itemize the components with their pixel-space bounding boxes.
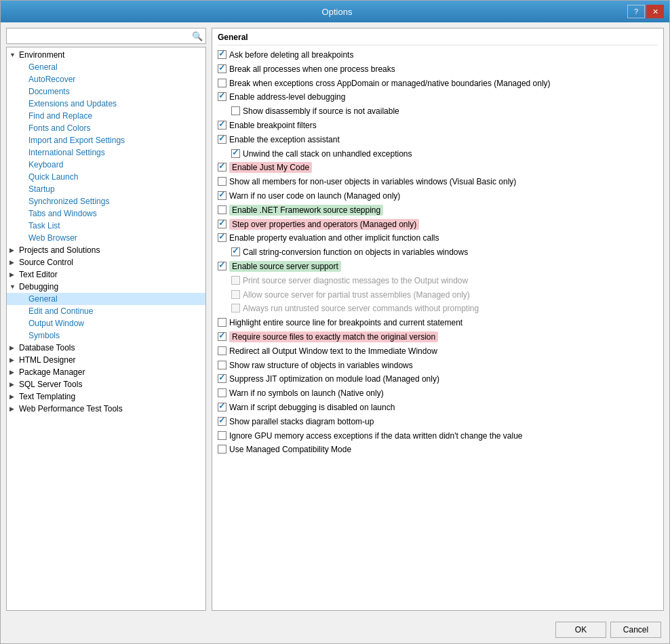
checkbox-warn-script[interactable] [218,403,226,411]
tree-item-synchronized[interactable]: Synchronized Settings [7,195,205,207]
checkbox-break-exceptions[interactable] [218,79,226,87]
tree-label: Startup [28,184,55,194]
tree-item-text-editor[interactable]: ▶Text Editor [7,268,205,281]
label-step-over: Step over properties and operators (Mana… [229,219,419,230]
label-warn-script: Warn if script debugging is disabled on … [229,402,395,414]
checkbox-show-members[interactable] [218,177,226,186]
option-row-step-over: Step over properties and operators (Mana… [218,218,658,232]
tree-label: Web Performance Test Tools [19,404,123,414]
label-show-raw: Show raw structure of objects in variabl… [229,360,413,371]
tree-label: Keyboard [28,160,63,169]
checkbox-step-over[interactable] [218,220,226,228]
option-row-break-all: Break all processes when one process bre… [218,62,658,77]
tree-item-international[interactable]: International Settings [7,146,205,159]
tree-label: Quick Launch [28,172,78,182]
tree-item-package-manager[interactable]: ▶Package Manager [7,366,205,378]
checkbox-require-match[interactable] [218,332,226,341]
tree-item-task-list[interactable]: Task List [7,220,205,232]
tree-item-autorecover[interactable]: AutoRecover [7,73,205,85]
option-row-show-disassembly: Show disassembly if source is not availa… [218,104,658,119]
tree-item-find-replace[interactable]: Find and Replace [7,110,205,122]
checkbox-breakpoint-filters[interactable] [218,121,226,129]
label-always-run: Always run untrusted source server comma… [243,303,479,315]
dialog-title: Options [47,7,627,17]
tree-label: Synchronized Settings [28,197,109,206]
help-button[interactable]: ? [627,5,645,18]
checkbox-show-raw[interactable] [218,361,226,369]
tree-item-text-templating[interactable]: ▶Text Templating [7,390,205,403]
tree-item-debugging[interactable]: ▼Debugging [7,281,205,293]
tree-label: Package Manager [19,367,85,377]
tree-item-keyboard[interactable]: Keyboard [7,159,205,171]
tree-expander: ▶ [9,405,19,412]
tree-item-html-designer[interactable]: ▶HTML Designer [7,354,205,366]
tree-item-projects-solutions[interactable]: ▶Projects and Solutions [7,244,205,256]
tree-item-documents[interactable]: Documents [7,85,205,98]
cancel-button[interactable]: Cancel [610,622,661,638]
option-row-ignore-gpu: Ignore GPU memory access exceptions if t… [218,429,658,443]
close-button[interactable]: ✕ [646,5,664,18]
checkbox-highlight-line[interactable] [218,318,226,327]
label-managed-compat: Use Managed Compatibility Mode [229,444,351,456]
label-unwind-callstack: Unwind the call stack on unhandled excep… [243,148,412,160]
options-list: Ask before deleting all breakpointsBreak… [212,45,663,610]
checkbox-managed-compat[interactable] [218,445,226,454]
option-row-string-conversion: Call string-conversion function on objec… [218,245,658,260]
tree-item-environment[interactable]: ▼Environment [7,49,205,61]
tree-item-symbols[interactable]: Symbols [7,329,205,342]
checkbox-suppress-jit[interactable] [218,374,226,383]
checkbox-ask-breakpoints[interactable] [218,50,226,59]
tree-item-general-env[interactable]: General [7,61,205,73]
tree-item-extensions-updates[interactable]: Extensions and Updates [7,98,205,110]
checkbox-property-eval[interactable] [218,233,226,242]
tree-label: HTML Designer [19,355,76,365]
tree-item-web-perf[interactable]: ▶Web Performance Test Tools [7,403,205,415]
checkbox-source-server[interactable] [218,262,226,270]
checkbox-string-conversion[interactable] [231,247,240,256]
checkbox-break-all[interactable] [218,64,226,73]
tree-item-source-control[interactable]: ▶Source Control [7,256,205,268]
option-row-managed-compat: Use Managed Compatibility Mode [218,443,658,457]
tree-item-edit-continue[interactable]: Edit and Continue [7,305,205,317]
tree-item-fonts-colors[interactable]: Fonts and Colors [7,122,205,134]
label-require-match: Require source files to exactly match th… [229,331,438,343]
title-controls: ? ✕ [627,5,664,18]
tree-item-web-browser[interactable]: Web Browser [7,232,205,244]
checkbox-parallel-stacks[interactable] [218,417,226,426]
checkbox-redirect-output[interactable] [218,346,226,355]
checkbox-unwind-callstack[interactable] [231,149,240,158]
label-parallel-stacks: Show parallel stacks diagram bottom-up [229,416,374,428]
tree-item-general-debug[interactable]: General [7,293,205,305]
tree-item-database-tools[interactable]: ▶Database Tools [7,342,205,354]
option-row-allow-partial: Allow source server for partial trust as… [218,288,658,302]
checkbox-exception-assistant[interactable] [218,135,226,144]
tree-item-sql-server[interactable]: ▶SQL Server Tools [7,378,205,390]
label-warn-no-symbols: Warn if no symbols on launch (Native onl… [229,388,384,399]
tree-expander: ▶ [9,357,19,363]
ok-button[interactable]: OK [555,622,606,638]
label-source-server: Enable source server support [229,261,341,273]
search-input[interactable] [9,28,192,43]
option-row-source-server: Enable source server support [218,260,658,274]
highlight-red: Enable Just My Code [229,162,312,173]
option-row-show-members: Show all members for non-user objects in… [218,175,658,189]
tree-item-output-window[interactable]: Output Window [7,317,205,329]
section-title: General [212,28,663,45]
checkbox-just-my-code[interactable] [218,163,226,172]
option-row-warn-script: Warn if script debugging is disabled on … [218,401,658,415]
checkbox-warn-no-symbols[interactable] [218,388,226,397]
checkbox-address-debug[interactable] [218,92,226,101]
tree-item-tabs-windows[interactable]: Tabs and Windows [7,207,205,220]
option-row-net-framework: Enable .NET Framework source stepping [218,203,658,218]
tree-label: General [28,62,58,72]
tree-expander: ▶ [9,369,19,376]
checkbox-net-framework[interactable] [218,205,226,214]
tree-item-quick-launch[interactable]: Quick Launch [7,171,205,183]
checkbox-show-disassembly[interactable] [231,106,240,115]
tree-item-startup[interactable]: Startup [7,183,205,195]
highlight-red: Require source files to exactly match th… [229,331,438,342]
checkbox-warn-no-user[interactable] [218,191,226,200]
tree-label: International Settings [28,148,105,157]
tree-item-import-export[interactable]: Import and Export Settings [7,134,205,146]
checkbox-ignore-gpu[interactable] [218,431,226,440]
